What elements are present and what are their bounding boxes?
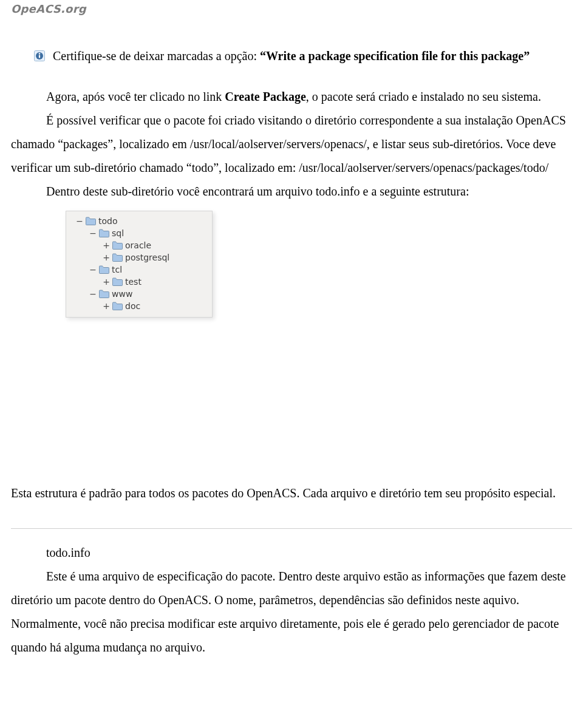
svg-rect-3 bbox=[39, 55, 40, 58]
tree-row[interactable]: +test bbox=[69, 276, 210, 288]
page-header: OpeACS.org bbox=[11, 2, 572, 15]
tree-node-label: postgresql bbox=[125, 253, 169, 262]
note-text-bold: “Write a package specification file for … bbox=[260, 49, 530, 63]
svg-point-2 bbox=[39, 53, 41, 55]
folder-icon bbox=[99, 265, 109, 274]
section-separator bbox=[11, 528, 572, 529]
tree-collapse-icon[interactable]: − bbox=[89, 230, 97, 237]
folder-icon bbox=[112, 277, 123, 286]
folder-icon bbox=[99, 229, 109, 237]
tree-expand-icon[interactable]: + bbox=[103, 302, 110, 310]
paragraph-2: Agora, após você ter clicado no link Cre… bbox=[11, 85, 572, 109]
p2-link-label: Create Package bbox=[225, 90, 305, 103]
paragraph-5: Esta estrutura é padrão para todos os pa… bbox=[11, 481, 572, 505]
folder-icon bbox=[99, 290, 109, 298]
section-title: todo.info bbox=[11, 541, 572, 565]
tree-row[interactable]: −sql bbox=[69, 227, 210, 239]
tree-row[interactable]: +oracle bbox=[69, 239, 210, 251]
section-body: Este é uma arquivo de especificação do p… bbox=[11, 565, 572, 659]
spacer bbox=[11, 324, 572, 481]
tree-row[interactable]: −tcl bbox=[69, 264, 210, 276]
tree-node-label: doc bbox=[125, 301, 140, 311]
spacer bbox=[11, 68, 572, 85]
tree-row[interactable]: +doc bbox=[69, 300, 210, 312]
p2-post: , o pacote será criado e instalado no se… bbox=[306, 90, 541, 103]
paragraph-3: É possível verificar que o pacote foi cr… bbox=[11, 109, 572, 180]
folder-icon bbox=[112, 253, 123, 262]
tree-expand-icon[interactable]: + bbox=[103, 278, 110, 285]
folder-icon bbox=[86, 217, 96, 225]
tree-collapse-icon[interactable]: − bbox=[89, 266, 97, 273]
tree-expand-icon[interactable]: + bbox=[103, 254, 110, 261]
tree-node-label: tcl bbox=[112, 265, 122, 274]
note-text-pre: Certifique-se de deixar marcadas a opção… bbox=[53, 49, 260, 63]
tree-collapse-icon[interactable]: − bbox=[76, 217, 83, 225]
page: OpeACS.org Certifique-se de deixar marca… bbox=[0, 0, 583, 728]
folder-icon bbox=[112, 302, 123, 310]
tree-row[interactable]: −todo bbox=[69, 215, 210, 227]
p2-pre: Agora, após você ter clicado no link bbox=[46, 90, 225, 103]
directory-tree: −todo−sql+oracle+postgresql−tcl+test−www… bbox=[66, 211, 213, 318]
paragraph-note: Certifique-se de deixar marcadas a opção… bbox=[11, 44, 572, 68]
tree-row[interactable]: −www bbox=[69, 288, 210, 300]
tree-node-label: oracle bbox=[125, 240, 151, 250]
tree-collapse-icon[interactable]: − bbox=[89, 290, 97, 298]
tree-node-label: www bbox=[112, 289, 132, 299]
site-name: OpeACS.org bbox=[11, 2, 86, 15]
tree-expand-icon[interactable]: + bbox=[103, 242, 110, 249]
info-icon bbox=[34, 46, 45, 56]
tree-node-label: test bbox=[125, 277, 141, 287]
paragraph-4: Dentro deste sub-diretório você encontra… bbox=[11, 180, 572, 203]
tree-node-label: sql bbox=[112, 228, 124, 238]
tree-row[interactable]: +postgresql bbox=[69, 251, 210, 264]
tree-node-label: todo bbox=[98, 216, 118, 226]
folder-icon bbox=[112, 241, 123, 250]
